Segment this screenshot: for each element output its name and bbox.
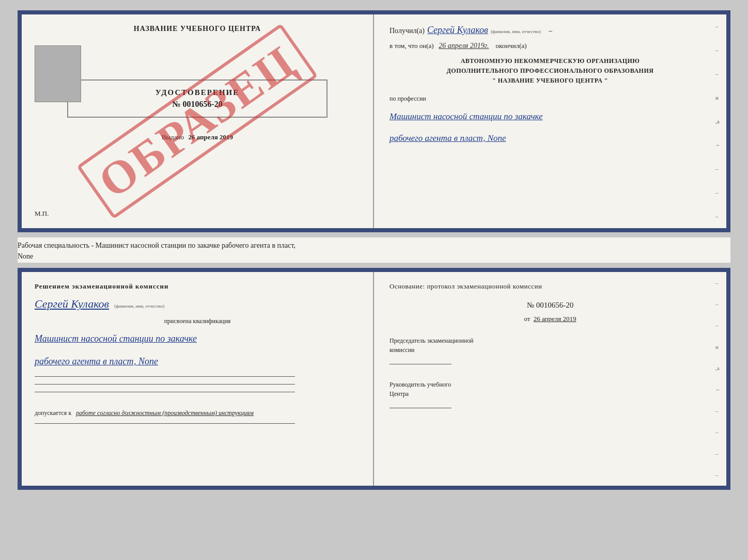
protocol-number: № 0010656-20 [389, 301, 711, 310]
mp-label: М.П. [35, 210, 49, 218]
profession-line2: рабочего агента в пласт, None [389, 131, 711, 147]
dopuskaetsya-text: работе согласно должностным (производств… [76, 409, 254, 417]
top-doc-left: НАЗВАНИЕ УЧЕБНОГО ЦЕНТРА УДОСТОВЕРЕНИЕ №… [22, 14, 374, 228]
rukovoditel-label: Руководитель учебного Центра [389, 380, 711, 398]
ot-prefix: от [524, 315, 530, 323]
org-line1: АВТОНОМНУЮ НЕКОММЕРЧЕСКУЮ ОРГАНИЗАЦИЮ [389, 56, 711, 66]
bottom-doc-right: Основание: протокол экзаменационной коми… [374, 272, 726, 486]
separator-line2: None [18, 252, 33, 260]
poluchil-name: Сергей Кулаков [427, 25, 488, 36]
po-professii-label: по профессии [389, 95, 711, 103]
underline3 [35, 392, 295, 392]
udostoverenie-box: УДОСТОВЕРЕНИЕ № 0010656-20 [67, 79, 328, 118]
predsedatel-label: Председатель экзаменационной комиссии [389, 336, 711, 355]
bottom-document: Решением экзаменационной комиссии Сергей… [18, 268, 730, 490]
vydano-label: Выдано [162, 133, 184, 141]
bottom-name-line: Сергей Кулаков (фамилия, имя, отчество) [35, 295, 360, 311]
underline1 [35, 376, 295, 377]
kvali-line1: Машинист насосной станции по закачке [35, 329, 360, 348]
udostoverenie-title: УДОСТОВЕРЕНИЕ [79, 88, 316, 97]
vtom-line: в том, что он(а) 26 апреля 2019г. окончи… [389, 42, 711, 50]
poluchil-line: Получил(а) Сергей Кулаков (фамилия, имя,… [389, 25, 711, 36]
org-line2: ДОПОЛНИТЕЛЬНОГО ПРОФЕССИОНАЛЬНОГО ОБРАЗО… [389, 66, 711, 76]
photo-placeholder [35, 45, 81, 102]
top-doc-right: Получил(а) Сергей Кулаков (фамилия, имя,… [374, 14, 726, 228]
separator-line1: Рабочая специальность - Машинист насосно… [18, 242, 295, 249]
profession-line1: Машинист насосной станции по закачке [389, 109, 711, 125]
resheniem-title: Решением экзаменационной комиссии [35, 282, 360, 291]
right-dashes-bottom: – – – и ,а ← – – – – [715, 272, 721, 486]
dopuskaetsya-prefix: допускается к [35, 409, 71, 417]
okonchil-label: окончил(а) [496, 42, 527, 50]
predsedatel-signature-line [389, 364, 451, 364]
dopuskaetsya-line: допускается к работе согласно должностны… [35, 408, 360, 418]
prisvoena-label: присвоена квалификация [35, 317, 360, 325]
vydano-date: 26 апреля 2019 [188, 133, 233, 141]
separator-text: Рабочая специальность - Машинист насосно… [18, 237, 730, 263]
watermark: ОБРАЗЕЦ [76, 23, 318, 219]
predsedatel-line1: Председатель экзаменационной [389, 336, 711, 345]
underline2 [35, 384, 295, 385]
fio-hint-top: (фамилия, имя, отчество) [491, 29, 541, 34]
org-block: АВТОНОМНУЮ НЕКОММЕРЧЕСКУЮ ОРГАНИЗАЦИЮ ДО… [389, 56, 711, 86]
vtom-date: 26 апреля 2019г. [439, 42, 489, 50]
org-line3: " НАЗВАНИЕ УЧЕБНОГО ЦЕНТРА " [389, 76, 711, 86]
rukovoditel-line1: Руководитель учебного [389, 380, 711, 389]
rukovoditel-line2: Центра [389, 389, 711, 398]
top-left-title: НАЗВАНИЕ УЧЕБНОГО ЦЕНТРА [134, 25, 261, 33]
right-dashes-top: – – – и ,а ← – – – [715, 14, 721, 228]
predsedatel-line2: комиссии [389, 345, 711, 355]
osnovanie-label: Основание: протокол экзаменационной коми… [389, 282, 711, 291]
kvali-line2: рабочего агента в пласт, None [35, 352, 360, 371]
protocol-date: от 26 апреля 2019 [389, 315, 711, 323]
vtom-label: в том, что он(а) [389, 42, 434, 50]
poluchil-label: Получил(а) [389, 27, 425, 35]
top-document: НАЗВАНИЕ УЧЕБНОГО ЦЕНТРА УДОСТОВЕРЕНИЕ №… [18, 10, 730, 232]
vydano-line: Выдано 26 апреля 2019 [162, 133, 233, 141]
doc-number: № 0010656-20 [79, 100, 316, 109]
bottom-doc-left: Решением экзаменационной комиссии Сергей… [22, 272, 374, 486]
rukovoditel-signature-line [389, 408, 451, 408]
ot-date: 26 апреля 2019 [534, 315, 576, 323]
bottom-name: Сергей Кулаков [35, 297, 109, 311]
underline4 [35, 423, 295, 424]
bottom-fio-hint: (фамилия, имя, отчество) [114, 303, 164, 309]
dash-poluchil: – [549, 27, 552, 35]
